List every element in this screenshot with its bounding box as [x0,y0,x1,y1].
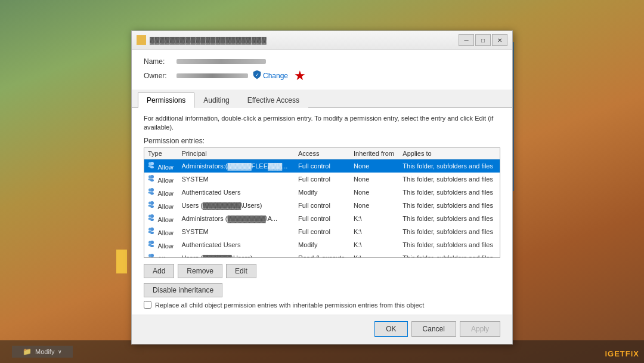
cell-4: This folder, subfolders and files [399,212,500,225]
cell-2: Modify [295,238,350,251]
taskbar-item-chevron: ∨ [58,349,62,355]
cell-1: Authenticated Users [178,186,295,199]
title-bar-left: ▓▓▓▓▓▓▓▓▓▓▓▓▓▓▓▓▓▓▓▓▓▓▓ [137,35,267,45]
minimize-button[interactable]: ─ [459,34,474,46]
window-title: ▓▓▓▓▓▓▓▓▓▓▓▓▓▓▓▓▓▓▓▓▓▓▓ [150,36,267,44]
cell-2: Full control [295,212,350,225]
replace-checkbox-row: Replace all child object permission entr… [144,301,500,309]
title-controls: ─ □ ✕ [459,34,507,46]
user-icon [148,214,156,222]
table-row[interactable]: AllowAuthenticated UsersModifyNoneThis f… [144,186,500,199]
cell-0: Allow [144,173,178,186]
svg-point-11 [148,189,151,192]
cell-2: Full control [295,199,350,212]
user-icon [148,240,156,248]
col-inherited: Inherited from [350,148,399,159]
svg-point-4 [148,165,152,168]
svg-point-28 [148,244,152,247]
col-type: Type [144,148,178,159]
svg-point-32 [148,257,152,258]
disable-inheritance-wrapper: Disable inheritance [144,283,500,297]
add-button[interactable]: Add [144,264,174,278]
col-access: Access [295,148,350,159]
cell-0: Allow [144,159,178,173]
svg-point-31 [148,254,151,257]
cell-0: Allow [144,186,178,199]
table-row[interactable]: AllowAdministrators (▓▓▓▓▓▓▓▓\A...Full c… [144,212,500,225]
svg-point-16 [148,205,152,207]
ok-button[interactable]: OK [374,321,407,337]
table-row[interactable]: AllowSYSTEMFull controlK:\This folder, s… [144,225,500,238]
cell-2: Read & execute [295,251,350,258]
action-buttons: Add Remove Edit [144,264,500,278]
cell-3: K:\ [350,238,399,251]
apply-button[interactable]: Apply [460,321,500,337]
cell-3: K:\ [350,212,399,225]
maximize-button[interactable]: □ [475,34,491,46]
table-header: Type Principal Access Inherited from App… [144,148,500,159]
taskbar-item-label: Modify [35,348,54,355]
description-text: For additional information, double-click… [144,114,500,133]
name-label: Name: [144,57,177,66]
tab-auditing[interactable]: Auditing [194,93,238,108]
svg-point-3 [148,162,151,165]
cell-4: This folder, subfolders and files [399,199,500,212]
cell-4: This folder, subfolders and files [399,173,500,186]
svg-point-20 [148,218,152,220]
user-icon [148,201,156,209]
user-icon [148,227,156,235]
cell-1: Users (▓▓▓▓▓▓▓▓\Users) [178,199,295,212]
svg-point-12 [148,192,152,194]
user-icon [148,187,156,196]
disable-inheritance-button[interactable]: Disable inheritance [144,283,222,297]
name-value [177,59,266,64]
cell-3: K:\ [350,251,399,258]
cell-4: This folder, subfolders and files [399,225,500,238]
cell-1: SYSTEM [178,225,295,238]
svg-point-8 [148,179,152,181]
cell-3: None [350,186,399,199]
svg-point-24 [148,231,152,233]
user-icon [148,253,156,258]
table-row[interactable]: AllowUsers (▓▓▓▓▓▓\Users)Read & executeK… [144,251,500,258]
table-row[interactable]: AllowSYSTEMFull controlNoneThis folder, … [144,173,500,186]
table-row[interactable]: AllowAdministrators:(▓▓▓▓▓FLEE▓▓▓...Full… [144,159,500,173]
replace-checkbox[interactable] [144,301,151,309]
cell-3: None [350,173,399,186]
taskbar-item-icon: 📁 [23,347,32,356]
cell-2: Modify [295,186,350,199]
table-body: AllowAdministrators:(▓▓▓▓▓FLEE▓▓▓...Full… [144,159,500,259]
tab-permissions[interactable]: Permissions [138,93,194,108]
cell-0: Allow [144,212,178,225]
tab-bar: Permissions Auditing Effective Access [132,90,512,108]
replace-checkbox-label: Replace all child object permission entr… [155,302,424,309]
cell-1: Administrators (▓▓▓▓▓▓▓▓\A... [178,212,295,225]
info-section: Name: Owner: ✓ Change ★ [132,50,512,90]
permission-table: Type Principal Access Inherited from App… [144,148,500,258]
close-button[interactable]: ✕ [492,34,507,46]
owner-row: Owner: ✓ Change ★ [144,69,500,82]
name-row: Name: [144,57,500,66]
table-row[interactable]: AllowAuthenticated UsersModifyK:\This fo… [144,238,500,251]
shield-icon: ✓ [253,70,261,81]
tab-effective-access[interactable]: Effective Access [239,93,308,108]
dialog-footer: OK Cancel Apply [132,315,512,344]
header-row: Type Principal Access Inherited from App… [144,148,500,159]
edit-button[interactable]: Edit [226,264,256,278]
cell-1: Users (▓▓▓▓▓▓\Users) [178,251,295,258]
watermark: iGETFiX [605,349,639,358]
title-bar: ▓▓▓▓▓▓▓▓▓▓▓▓▓▓▓▓▓▓▓▓▓▓▓ ─ □ ✕ [132,31,512,50]
permission-table-container[interactable]: Type Principal Access Inherited from App… [144,147,500,258]
cell-2: Full control [295,225,350,238]
taskbar-item[interactable]: 📁 Modify ∨ [12,346,73,358]
change-button[interactable]: ✓ Change [253,70,288,81]
svg-point-7 [148,176,151,179]
table-row[interactable]: AllowUsers (▓▓▓▓▓▓▓▓\Users)Full controlN… [144,199,500,212]
cell-4: This folder, subfolders and files [399,238,500,251]
cell-0: Allow [144,199,178,212]
svg-point-27 [148,241,151,244]
cancel-button[interactable]: Cancel [411,321,456,337]
cell-3: None [350,159,399,173]
cell-3: None [350,199,399,212]
remove-button[interactable]: Remove [178,264,222,278]
